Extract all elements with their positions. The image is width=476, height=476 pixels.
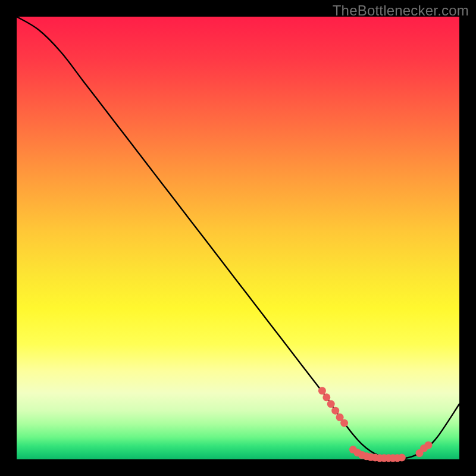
curve-svg [17,17,459,459]
marker-dot [340,419,348,427]
marker-dot [331,407,339,415]
marker-group [318,387,433,462]
marker-dot [322,393,330,401]
chart-frame: TheBottlenecker.com [0,0,476,476]
bottleneck-curve [17,17,459,459]
marker-dot [424,441,432,449]
plot-area [17,17,459,459]
marker-dot [398,454,406,462]
marker-dot [318,387,326,394]
marker-dot [327,400,335,408]
